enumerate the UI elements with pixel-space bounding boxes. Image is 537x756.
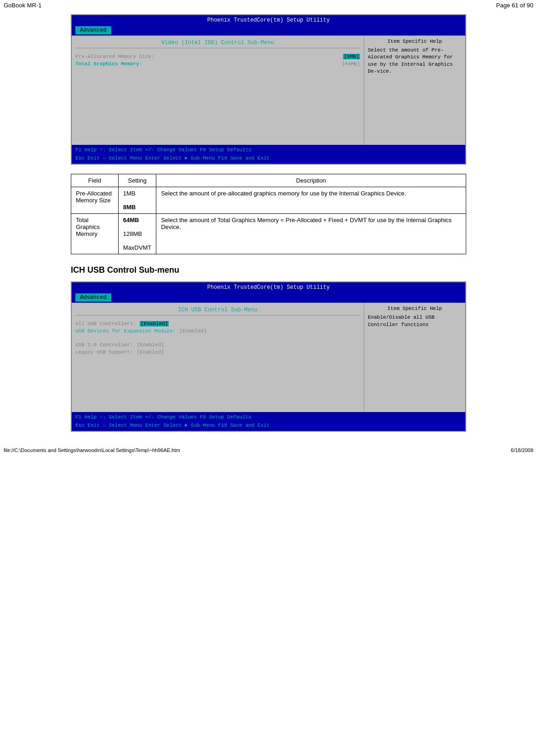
bios1-help-title: Item Specific Help: [368, 39, 462, 44]
bios1-footer-line2: Esc Exit ↔ Select Menu Enter Select ► Su…: [75, 155, 462, 163]
field-cell-1: Total GraphicsMemory: [71, 214, 119, 254]
bios2-field-label-0: All USB Controllers:: [75, 321, 136, 326]
bios2-field-label-3: Legacy USB Support:: [75, 349, 133, 355]
bios1-field-label-1: Total Graphics Memory:: [75, 61, 338, 67]
footer-path: file://C:\Documents and Settings\harwood…: [4, 447, 180, 453]
bios-screen-2: Phoenix TrustedCore(tm) Setup Utility Ad…: [71, 281, 466, 432]
bios2-field-row-1: USB Devices for Expansion Module: [Enabl…: [75, 327, 360, 335]
bios1-submenu-title: Video (Intel IGD) Control Sub-Menu: [75, 38, 360, 48]
settings-table-1: Field Setting Description Pre-AllocatedM…: [71, 174, 466, 254]
bios-screen-1: Phoenix TrustedCore(tm) Setup Utility Ad…: [71, 14, 466, 165]
setting-bold-1: 64MB: [123, 217, 139, 223]
bios2-help-title: Item Specific Help: [368, 306, 462, 311]
col-header-description: Description: [156, 174, 466, 187]
col-header-setting: Setting: [118, 174, 156, 187]
bios1-title: Phoenix TrustedCore(tm) Setup Utility: [72, 15, 465, 25]
bios2-field-row-3: Legacy USB Support: [Enabled]: [75, 349, 360, 356]
bios2-tab-bar: Advanced: [72, 292, 465, 303]
bios1-field-row-1: Total Graphics Memory: [64MB]: [75, 60, 360, 68]
bios1-tab-bar: Advanced: [72, 25, 465, 35]
bios1-help-text: Select the amount of Pre-Alocated Graphi…: [368, 47, 462, 75]
bios2-tab-advanced[interactable]: Advanced: [75, 293, 111, 302]
bios1-field-value-1: [64MB]: [338, 61, 360, 67]
bios1-tab-advanced[interactable]: Advanced: [75, 26, 111, 34]
description-cell-1: Select the amount of Total Graphics Memo…: [156, 214, 466, 254]
page-footer: file://C:\Documents and Settings\harwood…: [0, 446, 537, 455]
setting-bold-0: 8MB: [123, 204, 136, 211]
bios1-field-label-0: Pre-Allocated Memory Size:: [75, 54, 343, 59]
bios2-field-row-2: USB 2.0 Controller: [Enabled]: [75, 341, 360, 349]
bios2-footer-line2: Esc Exit ↔ Select Menu Enter Select ► Su…: [75, 422, 462, 430]
bios2-field-value-2: [Enabled]: [137, 342, 164, 348]
bios2-field-row-0: All USB Controllers: [Enabled]: [75, 320, 360, 327]
bios2-field-value-1: [Enabled]: [179, 328, 206, 334]
bios2-field-label-1: USB Devices for Expansion Module:: [75, 328, 176, 334]
page-title-right: Page 61 of 90: [496, 2, 533, 9]
bios1-field-row-0: Pre-Allocated Memory Size: [8MB]: [75, 53, 360, 60]
field-cell-0: Pre-AllocatedMemory Size: [71, 187, 119, 214]
bios2-field-value-0: [Enabled]: [140, 321, 169, 326]
footer-date: 6/18/2008: [511, 447, 533, 453]
setting-cell-0: 1MB 8MB: [118, 187, 156, 214]
page-title-left: GoBook MR-1: [4, 2, 41, 9]
ich-section-heading: ICH USB Control Sub-menu: [71, 265, 466, 275]
bios1-footer-line1: F1 Help ↑↓ Select Item +/- Change Values…: [75, 146, 462, 155]
table-row: Pre-AllocatedMemory Size 1MB 8MB Select …: [71, 187, 466, 214]
bios2-footer-line1: F1 Help ↑↓ Select Item +/- Change Values…: [75, 413, 462, 422]
bios1-field-value-0: [8MB]: [343, 54, 360, 59]
col-header-field: Field: [71, 174, 119, 187]
table-section-1: Field Setting Description Pre-AllocatedM…: [71, 174, 466, 254]
bios2-submenu-title: ICH USB Control Sub-Menu: [75, 305, 360, 315]
setting-cell-1: 64MB 128MB MaxDVMT: [118, 214, 156, 254]
table-row: Total GraphicsMemory 64MB 128MB MaxDVMT …: [71, 214, 466, 254]
bios2-help-text: Enable/Disable all USB Controller functi…: [368, 314, 462, 328]
bios2-value-highlight-0: [Enabled]: [140, 321, 169, 326]
bios2-field-label-2: USB 2.0 Controller:: [75, 342, 133, 348]
bios2-field-value-3: [Enabled]: [137, 349, 164, 355]
bios2-footer: F1 Help ↑↓ Select Item +/- Change Values…: [72, 412, 465, 431]
bios1-footer: F1 Help ↑↓ Select Item +/- Change Values…: [72, 145, 465, 164]
bios2-title: Phoenix TrustedCore(tm) Setup Utility: [72, 282, 465, 292]
description-cell-0: Select the amount of pre-allocated graph…: [156, 187, 466, 214]
